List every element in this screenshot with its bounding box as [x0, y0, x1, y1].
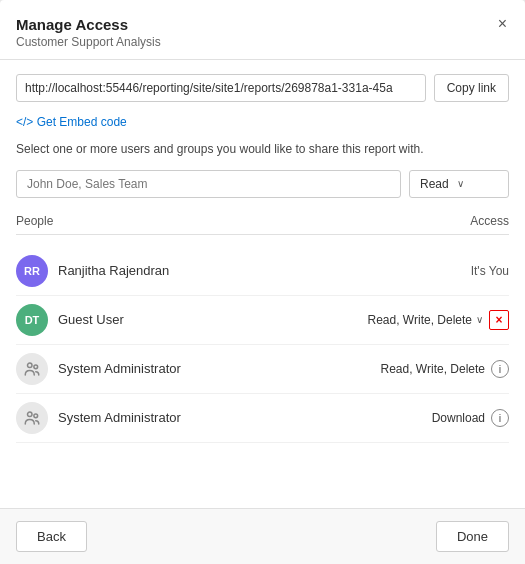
manage-access-modal: Manage Access Customer Support Analysis … [0, 0, 525, 564]
col-access: Access [470, 214, 509, 228]
done-button[interactable]: Done [436, 521, 509, 552]
user-access: Read, Write, Deletei [381, 360, 510, 378]
access-level-dropdown[interactable]: Read ∨ [409, 170, 509, 198]
modal-header: Manage Access Customer Support Analysis … [0, 0, 525, 60]
svg-point-1 [34, 365, 38, 369]
user-access: It's You [471, 264, 509, 278]
svg-point-0 [28, 363, 33, 368]
user-row: System AdministratorRead, Write, Deletei [16, 345, 509, 394]
user-list: RRRanjitha RajendranIt's YouDTGuest User… [16, 247, 509, 443]
user-row: RRRanjitha RajendranIt's You [16, 247, 509, 296]
report-url-input[interactable] [16, 74, 426, 102]
col-people: People [16, 214, 470, 228]
user-name: System Administrator [58, 410, 432, 425]
avatar [16, 402, 48, 434]
access-with-chevron[interactable]: Read, Write, Delete∨ [368, 313, 484, 327]
access-label: Read, Write, Delete [381, 362, 486, 376]
modal-footer: Back Done [0, 508, 525, 564]
chevron-down-icon: ∨ [457, 178, 464, 189]
user-name: Ranjitha Rajendran [58, 263, 471, 278]
back-button[interactable]: Back [16, 521, 87, 552]
avatar: DT [16, 304, 48, 336]
info-icon[interactable]: i [491, 360, 509, 378]
avatar [16, 353, 48, 385]
user-access: Read, Write, Delete∨× [368, 310, 510, 330]
info-icon[interactable]: i [491, 409, 509, 427]
url-row: Copy link [16, 74, 509, 102]
modal-subtitle: Customer Support Analysis [16, 35, 161, 49]
access-dropdown-value: Read [420, 177, 449, 191]
user-name: System Administrator [58, 361, 381, 376]
svg-point-3 [34, 414, 38, 418]
avatar: RR [16, 255, 48, 287]
close-button[interactable]: × [496, 16, 509, 32]
table-header: People Access [16, 210, 509, 235]
user-name: Guest User [58, 312, 368, 327]
its-you-label: It's You [471, 264, 509, 278]
modal-title: Manage Access [16, 16, 161, 33]
access-label: Read, Write, Delete [368, 313, 473, 327]
user-row: System AdministratorDownloadi [16, 394, 509, 443]
user-row: DTGuest UserRead, Write, Delete∨× [16, 296, 509, 345]
people-search-input[interactable] [16, 170, 401, 198]
get-embed-code-link[interactable]: </> Get Embed code [16, 115, 127, 129]
share-input-row: Read ∨ [16, 170, 509, 198]
share-description: Select one or more users and groups you … [16, 141, 509, 158]
copy-link-button[interactable]: Copy link [434, 74, 509, 102]
remove-access-button[interactable]: × [489, 310, 509, 330]
access-label: Download [432, 411, 485, 425]
svg-point-2 [28, 412, 33, 417]
user-access: Downloadi [432, 409, 509, 427]
modal-body: Copy link </> Get Embed code Select one … [0, 60, 525, 508]
chevron-down-icon: ∨ [476, 314, 483, 325]
